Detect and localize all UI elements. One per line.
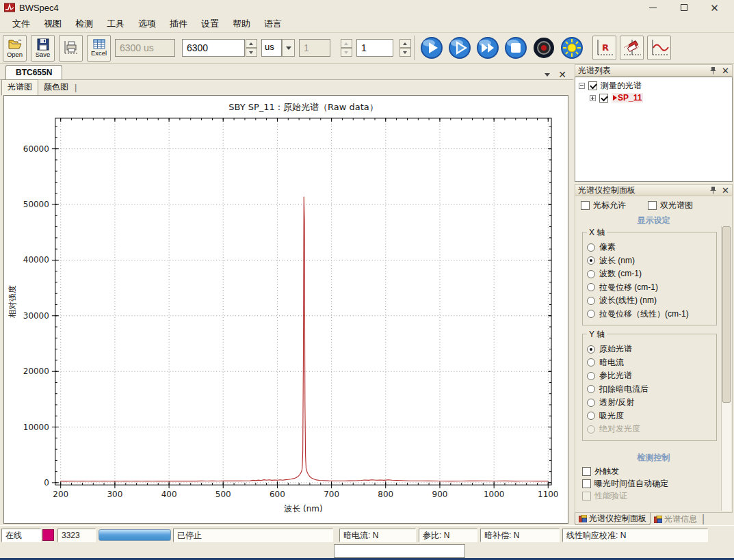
menu-view[interactable]: 视图 bbox=[37, 16, 68, 32]
average-input[interactable] bbox=[356, 39, 393, 57]
spectrum-checkbox[interactable] bbox=[599, 94, 608, 103]
time-unit-value: us bbox=[261, 39, 282, 57]
average-spinner[interactable] bbox=[399, 39, 411, 57]
x-axis-group-label: X 轴 bbox=[587, 227, 607, 239]
yaxis-option-dark[interactable]: 暗电流 bbox=[587, 356, 713, 370]
time-unit-select[interactable]: us bbox=[261, 39, 295, 57]
external-trigger-checkbox[interactable]: 外触发 bbox=[582, 466, 732, 478]
reference-scan-button[interactable] bbox=[560, 36, 584, 59]
control-panel-scrollbar[interactable] bbox=[721, 226, 731, 511]
tab-spectrum-view[interactable]: 光谱图 bbox=[1, 79, 38, 96]
pin-icon[interactable] bbox=[710, 186, 716, 194]
acquire-fast-button[interactable] bbox=[476, 36, 499, 59]
open-folder-icon bbox=[8, 38, 23, 51]
svg-text:60000: 60000 bbox=[23, 144, 49, 154]
xaxis-option-raman-shift[interactable]: 拉曼位移 (cm-1) bbox=[587, 281, 713, 295]
radio-selected-icon bbox=[587, 345, 595, 354]
close-icon[interactable]: ✕ bbox=[722, 66, 729, 75]
tab-list-dropdown-icon[interactable] bbox=[545, 73, 550, 77]
menu-plugins[interactable]: 插件 bbox=[163, 16, 194, 32]
y-axis-group-label: Y 轴 bbox=[587, 329, 607, 341]
menu-options[interactable]: 选项 bbox=[131, 16, 163, 32]
radio-icon bbox=[587, 372, 595, 380]
svg-text:200: 200 bbox=[53, 490, 68, 499]
cursor-enable-checkbox[interactable]: 光标允许 bbox=[581, 200, 648, 211]
open-button[interactable]: Open bbox=[3, 35, 27, 62]
svg-text:R: R bbox=[602, 42, 609, 53]
close-icon[interactable]: ✕ bbox=[722, 186, 729, 195]
tree-root-row[interactable]: 测量的光谱 bbox=[577, 79, 731, 92]
tab-spectrum-info[interactable]: 光谱信息 bbox=[651, 513, 700, 525]
yaxis-option-raw[interactable]: 原始光谱 bbox=[587, 343, 713, 356]
spectrum-chart[interactable]: 2003004005006007008009001000110001000020… bbox=[4, 96, 568, 523]
tree-item-sp11[interactable]: SP_11 bbox=[612, 93, 643, 103]
xaxis-option-raman-shift-linear[interactable]: 拉曼位移（线性）(cm-1) bbox=[587, 308, 713, 321]
yaxis-option-absorbance[interactable]: 吸光度 bbox=[587, 410, 713, 423]
title-bar: BWSpec4 ✕ bbox=[0, 0, 734, 15]
svg-text:SBY SP_11 : 原始光谱（Raw data）: SBY SP_11 : 原始光谱（Raw data） bbox=[228, 102, 378, 112]
dark-scan-button[interactable] bbox=[532, 36, 555, 59]
x-axis-group: X 轴 像素 波长 (nm) 波数 (cm-1) 拉曼位移 (c bbox=[582, 232, 717, 325]
eraser-chart-icon bbox=[622, 38, 642, 57]
svg-text:700: 700 bbox=[324, 490, 339, 499]
root-checkbox[interactable] bbox=[588, 81, 597, 90]
yaxis-option-transmission[interactable]: 透射/反射 bbox=[587, 396, 713, 410]
detect-control-header: 检测控制 bbox=[575, 452, 732, 464]
integration-time-spinner[interactable] bbox=[246, 39, 257, 57]
reference-chart-button[interactable]: R bbox=[592, 36, 616, 60]
xaxis-option-wavenumber[interactable]: 波数 (cm-1) bbox=[587, 267, 713, 281]
menu-help[interactable]: 帮助 bbox=[226, 16, 257, 32]
export-excel-button[interactable]: Excel bbox=[87, 35, 111, 62]
yaxis-option-dark-subtracted[interactable]: 扣除暗电流后 bbox=[587, 383, 713, 397]
acquire-continuous-button[interactable] bbox=[448, 36, 471, 59]
status-bar: 在线 3323 已停止 暗电流: N 参比: N 暗补偿: N 线性响应校准: … bbox=[0, 525, 734, 544]
minimize-button[interactable] bbox=[638, 0, 668, 15]
svg-text:0: 0 bbox=[44, 478, 49, 488]
tab-color-view[interactable]: 颜色图 bbox=[38, 80, 74, 95]
menu-tools[interactable]: 工具 bbox=[100, 16, 131, 32]
menu-file[interactable]: 文件 bbox=[5, 16, 37, 32]
svg-text:300: 300 bbox=[107, 490, 122, 499]
close-button[interactable]: ✕ bbox=[699, 0, 730, 15]
r-axis-icon: R bbox=[595, 38, 614, 57]
xaxis-option-pixel[interactable]: 像素 bbox=[587, 241, 713, 254]
radio-icon bbox=[587, 358, 595, 366]
tab-btc655n[interactable]: BTC655N bbox=[5, 65, 62, 79]
excel-table-icon bbox=[93, 39, 105, 49]
spectra-tree: 测量的光谱 SP_11 bbox=[575, 77, 733, 182]
yaxis-option-reference[interactable]: 参比光谱 bbox=[587, 369, 713, 383]
save-button[interactable]: Save bbox=[31, 35, 55, 62]
acquire-once-button[interactable] bbox=[420, 36, 443, 59]
auto-exposure-checkbox[interactable]: 曝光时间值自动确定 bbox=[582, 478, 732, 490]
tab-close-icon[interactable]: ✕ bbox=[558, 70, 566, 79]
xaxis-option-wavelength-linear[interactable]: 波长(线性) (nm) bbox=[587, 294, 713, 308]
document-area: BTC655N ✕ 光谱图 颜色图 | 20030040050060070080… bbox=[0, 64, 573, 525]
dark-compensation-field: 暗补偿: N bbox=[480, 529, 560, 542]
spectrum-chart-panel[interactable]: 2003004005006007008009001000110001000020… bbox=[3, 95, 568, 524]
xaxis-option-wavelength[interactable]: 波长 (nm) bbox=[587, 254, 713, 268]
menu-language[interactable]: 语言 bbox=[257, 16, 289, 32]
print-chart-button[interactable] bbox=[59, 35, 83, 62]
maximize-button[interactable] bbox=[668, 0, 699, 15]
sun-icon bbox=[560, 36, 584, 59]
dual-spectrum-checkbox[interactable]: 双光谱图 bbox=[648, 200, 693, 211]
menu-acquire[interactable]: 检测 bbox=[68, 16, 100, 32]
radio-icon bbox=[587, 297, 595, 305]
fast-forward-icon bbox=[476, 36, 499, 59]
clear-chart-button[interactable] bbox=[620, 36, 644, 60]
acquisition-count-field: 3323 bbox=[57, 529, 96, 542]
svg-text:500: 500 bbox=[215, 490, 231, 499]
smooth-curve-button[interactable] bbox=[647, 36, 671, 60]
pin-icon[interactable] bbox=[710, 66, 716, 75]
integration-time-input[interactable] bbox=[182, 39, 245, 57]
tree-item-row[interactable]: SP_11 bbox=[577, 92, 731, 104]
chevron-down-icon[interactable] bbox=[282, 39, 295, 57]
expand-icon[interactable] bbox=[590, 95, 596, 101]
menu-settings[interactable]: 设置 bbox=[194, 16, 226, 32]
stop-button[interactable] bbox=[504, 36, 527, 59]
yaxis-option-absolute-luminance: 绝对发光度 bbox=[587, 423, 713, 436]
scrollbar-thumb[interactable] bbox=[722, 226, 731, 403]
spectrometer-control-panel: 光谱仪控制面板 ✕ 光标允许 bbox=[575, 184, 733, 513]
collapse-icon[interactable] bbox=[579, 83, 585, 89]
tab-control-panel[interactable]: 光谱仪控制面板 bbox=[575, 513, 651, 525]
